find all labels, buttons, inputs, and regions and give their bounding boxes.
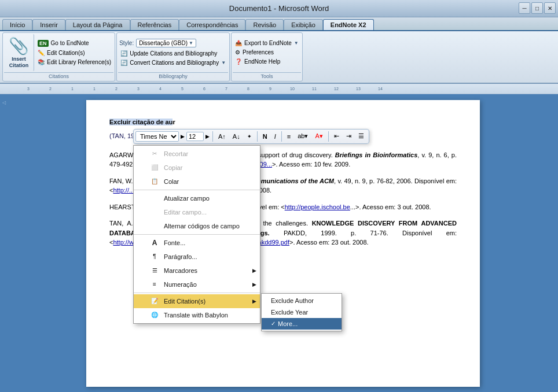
scissors-icon: ✂	[150, 149, 159, 158]
ft-divider-1	[212, 131, 213, 142]
numbering-icon: ≡	[150, 280, 159, 289]
paste-icon: 📋	[150, 177, 159, 186]
maximize-button[interactable]: □	[531, 2, 543, 14]
context-menu-container: Times New ▶ ▶ A↑ A↓ ✦ N I ≡ ab▾ A▾ ⇤ ⇥ ☰…	[133, 129, 369, 324]
formatting-toolbar: Times New ▶ ▶ A↑ A↓ ✦ N I ≡ ab▾ A▾ ⇤ ⇥ ☰	[133, 129, 369, 144]
align-left-button[interactable]: ≡	[284, 132, 293, 141]
highlight-button[interactable]: ab▾	[295, 131, 311, 141]
close-button[interactable]: ✕	[544, 2, 556, 14]
menu-numeracao[interactable]: ≡ Numeração	[134, 278, 260, 291]
minimize-button[interactable]: ─	[519, 2, 530, 14]
export-endnote-button[interactable]: 📤 Export to EndNote ▼	[233, 39, 301, 47]
font-size-input[interactable]	[186, 132, 204, 141]
exclude-author-label: Exclude Author	[271, 297, 314, 304]
copy-icon: ⬜	[150, 163, 159, 172]
tools-group: 📤 Export to EndNote ▼ ⚙ Preferences ❓ En…	[231, 32, 303, 82]
menu-edit-citations-label: Edit Citation(s)	[164, 298, 205, 305]
font-icon: A	[150, 238, 159, 247]
endnote-help-button[interactable]: ❓ EndNote Help	[233, 57, 301, 66]
update-citations-button[interactable]: 🔄 Update Citations and Bibliography	[118, 49, 228, 58]
citations-group-label: Citations	[4, 72, 113, 80]
insert-citation-button[interactable]: 📎 InsertCitation	[4, 34, 34, 71]
ruler-marks: 3 2 1 1 2 3 4 5 6 7 8 9 10 11 12 13 14	[17, 87, 391, 91]
bullets-icon: ☰	[150, 266, 159, 275]
highlighted-text: Excluir citação de au	[109, 119, 172, 125]
submenu-edit-citations: Exclude Author Exclude Year ✓ More...	[261, 293, 342, 331]
ribbon: 📎 InsertCitation EN Go to EndNote ✏️ Edi…	[0, 31, 558, 84]
tab-inicio[interactable]: Início	[2, 19, 32, 30]
tab-inserir[interactable]: Inserir	[32, 19, 65, 30]
italic-button[interactable]: I	[271, 132, 279, 141]
menu-atualizar-campo[interactable]: Atualizar campo	[134, 191, 260, 205]
submenu-more[interactable]: ✓ More...	[262, 318, 342, 330]
separator-2	[134, 234, 260, 235]
submenu-exclude-year[interactable]: Exclude Year	[262, 306, 342, 318]
menu-fonte[interactable]: A Fonte...	[134, 236, 260, 250]
citations-group: 📎 InsertCitation EN Go to EndNote ✏️ Edi…	[2, 32, 115, 82]
left-sidebar: ◁	[0, 94, 8, 392]
menu-alternar-codigos[interactable]: Alternar códigos de campo	[134, 219, 260, 233]
exclude-year-label: Exclude Year	[271, 309, 308, 316]
menu-paragrafo-label: Parágrafo...	[164, 253, 197, 260]
menu-paragrafo[interactable]: ¶ Parágrafo...	[134, 250, 260, 264]
document-content: Excluir citação de aur	[109, 117, 457, 127]
menu-editar-campo[interactable]: Editar campo...	[134, 205, 260, 219]
font-selector[interactable]: Times New	[135, 131, 179, 142]
bibliography-group-label: Bibliography	[118, 72, 228, 80]
menu-numeracao-label: Numeração	[164, 281, 197, 288]
check-icon: ✓	[271, 320, 276, 327]
menu-edit-citations[interactable]: 📝 Edit Citation(s)	[134, 294, 260, 308]
window-controls[interactable]: ─ □ ✕	[519, 2, 556, 14]
tab-revisao[interactable]: Revisão	[245, 19, 284, 30]
clear-format-button[interactable]: ✦	[244, 132, 255, 140]
toggle-codes-icon	[150, 221, 159, 231]
indent-decrease-button[interactable]: ⇤	[331, 131, 342, 141]
go-to-endnote-button[interactable]: EN Go to EndNote	[35, 39, 113, 48]
update-icon	[150, 194, 159, 203]
style-label: Style:	[119, 40, 134, 46]
tab-layout[interactable]: Layout da Página	[65, 19, 130, 30]
menu-colar-label: Colar	[164, 178, 179, 185]
context-menu: ✂ Recortar ⬜ Copiar 📋 Colar Atualizar ca…	[133, 145, 260, 324]
translate-icon: 🌐	[150, 310, 159, 320]
menu-alternar-label: Alternar códigos de campo	[164, 223, 240, 230]
ruler: 3 2 1 1 2 3 4 5 6 7 8 9 10 11 12 13 14	[0, 84, 558, 94]
menu-editar-campo-label: Editar campo...	[164, 209, 207, 216]
rest-of-heading: r	[172, 119, 175, 125]
menu-fonte-label: Fonte...	[164, 239, 185, 246]
menu-copiar-label: Copiar	[164, 164, 182, 171]
menu-translate[interactable]: 🌐 Translate with Babylon	[134, 308, 260, 322]
edit-citations-button[interactable]: ✏️ Edit Citation(s)	[35, 49, 113, 57]
list-button[interactable]: ☰	[355, 131, 367, 141]
bibliography-group: Style: Dissertação (GBD) ▼ 🔄 Update Cita…	[116, 32, 230, 82]
tab-endnote[interactable]: EndNote X2	[323, 19, 374, 30]
shrink-font-button[interactable]: A↓	[230, 132, 243, 141]
menu-recortar-label: Recortar	[164, 150, 188, 157]
ft-divider-2	[257, 131, 258, 142]
edit-library-button[interactable]: 📚 Edit Library Reference(s)	[35, 58, 113, 66]
convert-citations-button[interactable]: 🔄 Convert Citations and Bibliography ▼	[118, 58, 228, 67]
document-area: ◁ Excluir citação de aur (TAN, 1999; HEA…	[0, 94, 558, 392]
window-title: Documento1 - Microsoft Word	[229, 4, 329, 13]
separator-1	[134, 190, 260, 190]
title-bar: Documento1 - Microsoft Word ─ □ ✕	[0, 0, 558, 17]
tab-referencias[interactable]: Referências	[130, 19, 179, 30]
preferences-button[interactable]: ⚙ Preferences	[233, 48, 301, 57]
edit-field-icon	[150, 208, 159, 217]
submenu-exclude-author[interactable]: Exclude Author	[262, 295, 342, 306]
menu-marcadores-label: Marcadores	[164, 267, 197, 274]
indent-increase-button[interactable]: ⇥	[343, 131, 354, 141]
menu-marcadores[interactable]: ☰ Marcadores	[134, 264, 260, 278]
menu-colar[interactable]: 📋 Colar	[134, 175, 260, 188]
menu-copiar[interactable]: ⬜ Copiar	[134, 161, 260, 175]
bold-button[interactable]: N	[260, 132, 270, 141]
menu-recortar[interactable]: ✂ Recortar	[134, 147, 260, 161]
tab-correspondencias[interactable]: Correspondências	[179, 19, 245, 30]
tab-bar: Início Inserir Layout da Página Referênc…	[0, 17, 558, 31]
grow-font-button[interactable]: A↑	[215, 132, 229, 141]
sidebar-marker: ◁	[2, 100, 6, 105]
font-color-button[interactable]: A▾	[312, 131, 325, 141]
paragraph-icon: ¶	[150, 252, 159, 261]
tab-exibicao[interactable]: Exibição	[284, 19, 323, 30]
style-dropdown[interactable]: Dissertação (GBD) ▼	[136, 39, 196, 47]
